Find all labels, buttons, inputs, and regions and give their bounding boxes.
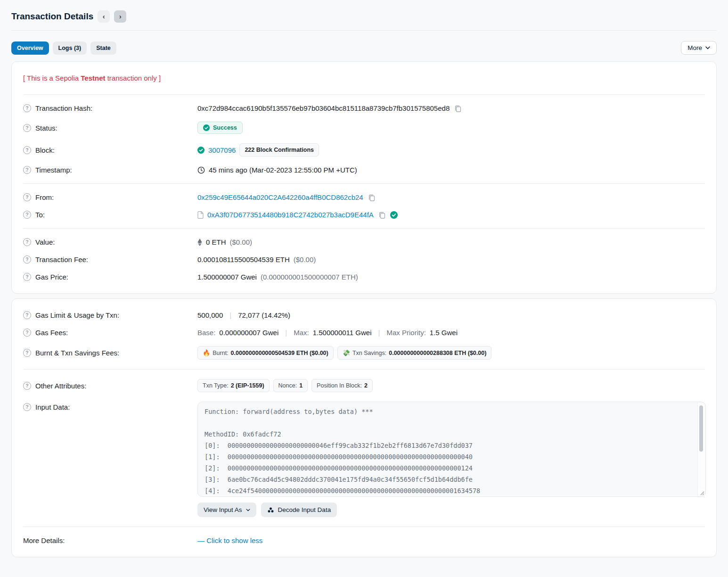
eth-icon <box>197 239 202 246</box>
transaction-fee-row: ? Transaction Fee: 0.000108115500504539 … <box>23 251 705 268</box>
gas-price-label-group: ? Gas Price: <box>23 273 197 281</box>
max-priority-fee-label: Max Priority: <box>386 329 425 337</box>
more-details-label-group: More Details: <box>23 536 197 544</box>
input-data-area: Function: forward(address to,bytes data)… <box>197 402 706 517</box>
nonce-badge: Nonce: 1 <box>273 379 308 392</box>
tab-logs[interactable]: Logs (3) <box>53 41 87 55</box>
status-row: ? Status: Success <box>23 117 705 139</box>
help-icon[interactable]: ? <box>23 273 31 281</box>
input-data-label: Input Data: <box>35 403 70 411</box>
to-label-group: ? To: <box>23 211 197 219</box>
transaction-fee-label-group: ? Transaction Fee: <box>23 256 197 264</box>
timestamp-row: ? Timestamp: 45 mins ago (Mar-02-2023 12… <box>23 161 705 179</box>
clock-icon <box>197 166 205 174</box>
more-details-row: More Details: — Click to show less <box>23 532 705 549</box>
help-icon[interactable]: ? <box>23 238 31 246</box>
help-icon[interactable]: ? <box>23 349 31 357</box>
gas-limit-value: 500,000 <box>197 311 223 319</box>
divider <box>23 183 705 184</box>
separator: | <box>227 311 234 319</box>
status-badge: Success <box>197 122 243 134</box>
resize-handle-icon[interactable] <box>698 489 705 496</box>
input-data-content: Function: forward(address to,bytes data)… <box>198 402 705 497</box>
txn-savings-badge: 💸 Txn Savings: 0.000000000000288308 ETH … <box>337 346 492 360</box>
block-label: Block: <box>35 146 55 154</box>
to-row: ? To: 0xA3f07D6773514480b918C2742b027b3a… <box>23 206 705 223</box>
separator: | <box>376 329 383 337</box>
show-less-link[interactable]: — Click to show less <box>197 536 262 544</box>
to-address-link[interactable]: 0xA3f07D6773514480b918C2742b027b3acD9E44… <box>207 211 374 219</box>
page-header: Transaction Details ‹ › <box>11 7 717 30</box>
help-icon[interactable]: ? <box>23 256 31 264</box>
check-circle-icon <box>197 147 204 154</box>
money-wings-icon: 💸 <box>343 349 350 356</box>
from-row: ? From: 0x259c49E65644a020C2A642260a4ffB… <box>23 189 705 206</box>
value-label-group: ? Value: <box>23 238 197 246</box>
value-amount: 0 ETH <box>206 238 226 246</box>
prev-transaction-button[interactable]: ‹ <box>98 10 110 23</box>
divider <box>23 94 705 95</box>
help-icon[interactable]: ? <box>23 211 31 219</box>
help-icon[interactable]: ? <box>23 124 31 132</box>
transaction-hash-value: 0xc72d984ccac6190b5f135576eb97b03604bc81… <box>197 104 450 112</box>
gas-fees-label-group: ? Gas Fees: <box>23 329 197 337</box>
help-icon[interactable]: ? <box>23 193 31 201</box>
tab-overview[interactable]: Overview <box>11 41 49 55</box>
gas-price-label: Gas Price: <box>35 273 68 281</box>
separator: | <box>282 329 290 337</box>
help-icon[interactable]: ? <box>23 403 31 411</box>
gas-used-value: 72,077 (14.42%) <box>238 311 290 319</box>
help-icon[interactable]: ? <box>23 382 31 390</box>
scrollbar-track[interactable] <box>697 403 705 496</box>
overview-card: [ This is a Sepolia Testnet transaction … <box>11 61 717 294</box>
status-label: Status: <box>35 124 57 132</box>
burnt-fees-label-group: ? Burnt & Txn Savings Fees: <box>23 349 197 357</box>
base-fee-value: 0.000000007 Gwei <box>219 329 278 337</box>
burnt-fee-badge: 🔥 Burnt: 0.000000000000504539 ETH ($0.00… <box>197 346 334 360</box>
help-icon[interactable]: ? <box>23 104 31 112</box>
base-fee-label: Base: <box>197 329 215 337</box>
gas-price-amount: 1.500000007 Gwei <box>197 273 257 281</box>
copy-to-address-button[interactable] <box>377 211 386 219</box>
check-circle-icon <box>203 124 210 131</box>
copy-from-address-button[interactable] <box>367 194 376 201</box>
block-label-group: ? Block: <box>23 146 197 154</box>
tabs-row: Overview Logs (3) State More <box>11 41 717 55</box>
help-icon[interactable]: ? <box>23 146 31 154</box>
help-icon[interactable]: ? <box>23 166 31 174</box>
transaction-fee-amount: 0.000108115500504539 ETH <box>197 256 290 264</box>
copy-icon <box>378 211 385 219</box>
gas-limit-label: Gas Limit & Usage by Txn: <box>35 311 119 319</box>
input-data-label-group: ? Input Data: <box>23 402 197 411</box>
transaction-fee-usd: ($0.00) <box>294 256 316 264</box>
from-address-link[interactable]: 0x259c49E65644a020C2A642260a4ffB0CD862cb… <box>197 193 363 201</box>
max-fee-value: 1.500000011 Gwei <box>313 329 372 337</box>
copy-icon <box>368 194 375 201</box>
max-priority-fee-value: 1.5 Gwei <box>430 329 458 337</box>
chevron-down-icon <box>705 46 710 49</box>
help-icon[interactable]: ? <box>23 329 31 337</box>
help-icon[interactable]: ? <box>23 311 31 319</box>
input-data-textarea[interactable]: Function: forward(address to,bytes data)… <box>197 402 706 497</box>
view-input-as-button[interactable]: View Input As <box>197 503 256 517</box>
block-number-link[interactable]: 3007096 <box>208 146 236 154</box>
transaction-fee-label: Transaction Fee: <box>35 256 88 264</box>
divider <box>23 369 705 370</box>
chevron-down-icon <box>246 509 250 511</box>
decode-input-data-button[interactable]: Decode Input Data <box>261 503 337 517</box>
copy-hash-button[interactable] <box>453 105 462 112</box>
value-row: ? Value: 0 ETH ($0.00) <box>23 233 705 251</box>
scrollbar-thumb[interactable] <box>699 405 703 452</box>
tab-state[interactable]: State <box>90 41 116 55</box>
more-dropdown-button[interactable]: More <box>681 41 717 55</box>
page-title: Transaction Details <box>11 11 93 22</box>
to-label: To: <box>35 211 45 219</box>
block-confirmations-badge: 222 Block Confirmations <box>239 143 319 157</box>
fire-icon: 🔥 <box>203 349 210 356</box>
from-label-group: ? From: <box>23 193 197 201</box>
burnt-fees-row: ? Burnt & Txn Savings Fees: 🔥 Burnt: 0.0… <box>23 341 705 364</box>
testnet-notice: [ This is a Sepolia Testnet transaction … <box>23 69 705 90</box>
verified-check-icon <box>390 211 398 219</box>
next-transaction-button[interactable]: › <box>114 10 126 23</box>
txn-type-badge: Txn Type: 2 (EIP-1559) <box>197 379 270 392</box>
